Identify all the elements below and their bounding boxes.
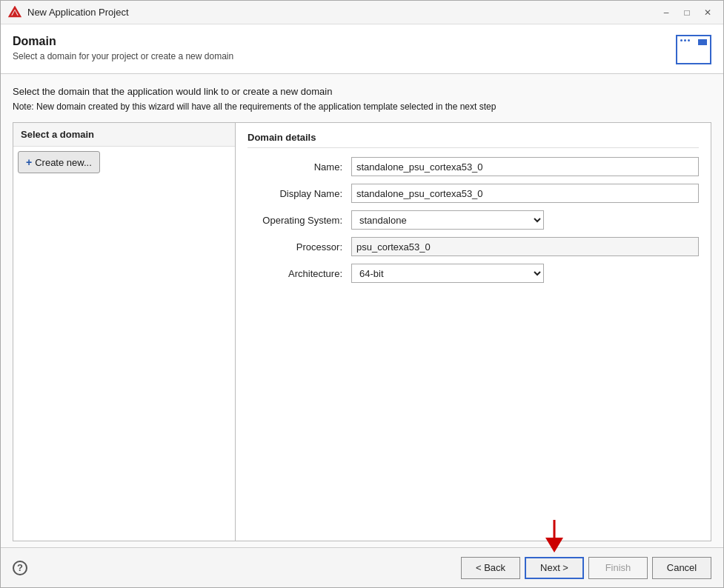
next-button[interactable]: Next >	[525, 557, 584, 579]
next-button-container: Next >	[525, 557, 584, 579]
processor-label: Processor:	[248, 241, 351, 253]
os-select[interactable]: standalone freertos10_xilinx linux	[351, 210, 544, 230]
architecture-label: Architecture:	[248, 268, 351, 279]
help-label: ?	[17, 562, 23, 573]
domain-list-header: Select a domain	[13, 123, 235, 147]
window-title: New Application Project	[27, 7, 658, 18]
header-title: Domain	[13, 35, 676, 48]
display-name-label: Display Name:	[248, 188, 351, 199]
description-text: Select the domain that the application w…	[13, 86, 711, 97]
bottom-bar: ? < Back Next > Finish Cancel	[1, 547, 723, 587]
domain-icon	[676, 35, 711, 64]
content-area: Select the domain that the application w…	[1, 74, 723, 547]
header-section: Domain Select a domain for your project …	[1, 24, 723, 74]
dot-icon	[680, 39, 683, 41]
left-panel: Select a domain + Create new...	[13, 123, 236, 541]
display-name-input[interactable]	[351, 184, 699, 203]
architecture-select[interactable]: 64-bit 32-bit	[351, 264, 544, 283]
back-button[interactable]: < Back	[461, 557, 520, 579]
navigation-buttons: < Back Next > Finish Cancel	[461, 557, 711, 579]
note-text: Note: New domain created by this wizard …	[13, 101, 711, 112]
os-label: Operating System:	[248, 215, 351, 226]
finish-button[interactable]: Finish	[588, 557, 648, 579]
maximize-button[interactable]: □	[679, 4, 695, 21]
name-label: Name:	[248, 161, 351, 173]
right-panel: Domain details Name: Display Name: Opera…	[236, 123, 711, 541]
cancel-button[interactable]: Cancel	[652, 557, 711, 579]
help-button[interactable]: ?	[13, 561, 27, 575]
window-controls: – □ ✕	[658, 4, 716, 21]
minimize-button[interactable]: –	[658, 4, 674, 21]
dot-icon	[688, 39, 690, 41]
name-input[interactable]	[351, 157, 699, 176]
main-panel: Select a domain + Create new... Domain d…	[13, 122, 711, 541]
title-bar: New Application Project – □ ✕	[1, 1, 723, 24]
domain-details-header: Domain details	[248, 132, 699, 148]
create-new-label: Create new...	[35, 157, 92, 168]
close-button[interactable]: ✕	[700, 4, 716, 21]
plus-icon: +	[26, 156, 32, 168]
processor-value: psu_cortexa53_0	[351, 237, 699, 256]
application-window: New Application Project – □ ✕ Domain Sel…	[0, 0, 724, 588]
header-text: Domain Select a domain for your project …	[13, 35, 676, 61]
domain-form: Name: Display Name: Operating System: st…	[248, 157, 699, 283]
create-new-button[interactable]: + Create new...	[18, 151, 100, 173]
header-subtitle: Select a domain for your project or crea…	[13, 51, 676, 61]
vitis-logo-icon	[8, 6, 21, 19]
dot-icon	[684, 39, 686, 41]
